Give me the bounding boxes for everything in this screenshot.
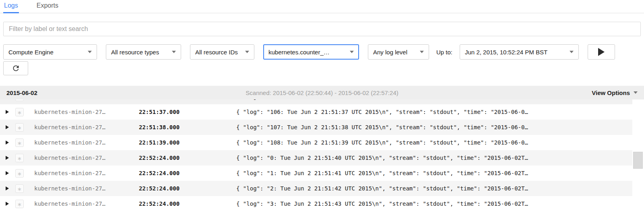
timestamp: 22:51:36.000 xyxy=(139,99,236,100)
asterisk-icon: * xyxy=(15,108,24,116)
expand-arrow-icon[interactable] xyxy=(6,156,12,160)
log-json: { "log": "106: Tue Jun 2 21:51:37 UTC 20… xyxy=(236,109,630,115)
timestamp: 22:51:38.000 xyxy=(139,124,236,130)
asterisk-icon: * xyxy=(15,200,24,208)
view-options-button[interactable]: View Options xyxy=(592,89,638,96)
tab-bar: Logs Exports xyxy=(0,0,644,13)
expand-arrow-icon[interactable] xyxy=(6,110,12,114)
asterisk-icon: * xyxy=(15,139,24,147)
resource-id: kubernetes-minion-27… xyxy=(34,124,139,130)
log-level-dropdown[interactable]: Any log level xyxy=(368,44,429,60)
log-row[interactable]: * kubernetes-minion-27… 22:52:24.000 { "… xyxy=(0,196,644,211)
scrollbar-thumb[interactable] xyxy=(633,152,643,169)
resource-ids-dropdown-label: All resource IDs xyxy=(195,49,238,56)
log-source-dropdown[interactable]: kubernetes.counter_… xyxy=(263,44,359,60)
log-row-inner: * kubernetes-minion-27… 22:52:24.000 { "… xyxy=(0,150,644,165)
resource-id: kubernetes-minion-27… xyxy=(34,155,139,161)
resource-id: kubernetes-minion-27… xyxy=(34,139,139,146)
chevron-down-icon xyxy=(634,91,638,94)
expand-arrow-icon[interactable] xyxy=(6,202,12,206)
log-row[interactable]: * kubernetes-minion-27… 22:51:38.000 { "… xyxy=(0,120,644,135)
log-json: { "log": "2: Tue Jun 2 21:51:42 UTC 2015… xyxy=(236,185,630,192)
refresh-icon xyxy=(12,64,20,72)
refresh-button[interactable] xyxy=(3,61,28,75)
asterisk-icon: * xyxy=(15,123,24,132)
timestamp: 22:52:24.000 xyxy=(139,201,236,207)
timestamp: 22:51:37.000 xyxy=(139,109,236,115)
chevron-down-icon xyxy=(570,51,574,53)
log-row-inner: * kubernetes-minion-27… 22:52:24.000 { "… xyxy=(0,181,644,196)
scrollbar-track xyxy=(632,99,644,211)
service-dropdown[interactable]: Compute Engine xyxy=(3,44,97,60)
log-level-dropdown-label: Any log level xyxy=(373,49,407,56)
filters-toolbar: Compute Engine All resource types All re… xyxy=(3,44,641,60)
resource-id: kubernetes-minion-27… xyxy=(34,185,139,192)
asterisk-icon: * xyxy=(15,169,24,178)
log-json: { "log": "108: Tue Jun 2 21:51:39 UTC 20… xyxy=(236,139,630,146)
up-to-label: Up to: xyxy=(436,49,452,56)
asterisk-icon: * xyxy=(15,99,24,101)
asterisk-icon: * xyxy=(15,154,24,162)
log-json: { "log": "1: Tue Jun 2 21:51:41 UTC 2015… xyxy=(236,170,630,176)
log-row-inner: * kubernetes-minion-27… 22:52:24.000 { "… xyxy=(0,196,644,211)
expand-arrow-icon[interactable] xyxy=(6,141,12,145)
log-json: { "log": "0: Tue Jun 2 21:51:40 UTC 2015… xyxy=(236,155,630,161)
log-row[interactable]: * kubernetes-minion-27… 22:51:37.000 { "… xyxy=(0,104,644,120)
chevron-down-icon xyxy=(172,51,176,53)
tab-exports[interactable]: Exports xyxy=(36,0,59,13)
expand-arrow-icon[interactable] xyxy=(6,125,12,129)
log-json: { "log": "105: Tue Jun 2 21:51:36 UTC 20… xyxy=(236,99,630,100)
chevron-down-icon xyxy=(245,51,249,53)
timestamp: 22:52:24.000 xyxy=(139,155,236,161)
filter-bar xyxy=(3,22,641,36)
timestamp: 22:52:24.000 xyxy=(139,185,236,192)
log-row[interactable]: * kubernetes-minion-27… 22:52:24.000 { "… xyxy=(0,181,644,196)
chevron-down-icon xyxy=(420,51,424,53)
log-row[interactable]: * kubernetes-minion-27… 22:51:36.000 { "… xyxy=(0,99,644,104)
datetime-dropdown-label: Jun 2, 2015, 10:52:24 PM BST xyxy=(465,49,547,56)
resource-id: kubernetes-minion-27… xyxy=(34,109,139,115)
log-source-dropdown-label: kubernetes.counter_… xyxy=(268,49,330,56)
datetime-dropdown[interactable]: Jun 2, 2015, 10:52:24 PM BST xyxy=(460,44,579,60)
resource-types-dropdown[interactable]: All resource types xyxy=(106,44,181,60)
log-row-inner: * kubernetes-minion-27… 22:52:24.000 { "… xyxy=(0,165,644,181)
log-json: { "log": "107: Tue Jun 2 21:51:38 UTC 20… xyxy=(236,124,630,130)
timestamp: 22:51:39.000 xyxy=(139,139,236,146)
tab-logs[interactable]: Logs xyxy=(3,0,19,13)
date-label: 2015-06-02 xyxy=(6,89,37,96)
refresh-row xyxy=(3,61,641,75)
log-row-inner: * kubernetes-minion-27… 22:51:39.000 { "… xyxy=(0,135,644,150)
resource-id: kubernetes-minion-27… xyxy=(34,170,139,176)
view-options-label: View Options xyxy=(592,89,630,96)
play-button[interactable] xyxy=(588,44,615,60)
chevron-down-icon xyxy=(350,51,354,53)
log-list: * kubernetes-minion-27… 22:51:36.000 { "… xyxy=(0,99,644,211)
log-row[interactable]: * kubernetes-minion-27… 22:52:24.000 { "… xyxy=(0,165,644,181)
log-row-inner: * kubernetes-minion-27… 22:51:36.000 { "… xyxy=(0,99,644,104)
log-list-header: 2015-06-02 Scanned: 2015-06-02 (22:50:44… xyxy=(0,86,644,99)
expand-arrow-icon[interactable] xyxy=(6,186,12,190)
filter-input[interactable] xyxy=(3,22,641,36)
chevron-down-icon xyxy=(88,51,92,53)
play-icon xyxy=(598,48,605,56)
log-row-inner: * kubernetes-minion-27… 22:51:38.000 { "… xyxy=(0,120,644,135)
log-row[interactable]: * kubernetes-minion-27… 22:52:24.000 { "… xyxy=(0,150,644,165)
resource-id: kubernetes-minion-27… xyxy=(34,99,139,100)
resource-ids-dropdown[interactable]: All resource IDs xyxy=(190,44,254,60)
asterisk-icon: * xyxy=(15,184,24,193)
log-json: { "log": "3: Tue Jun 2 21:51:43 UTC 2015… xyxy=(236,201,630,207)
expand-arrow-icon[interactable] xyxy=(6,171,12,175)
resource-types-dropdown-label: All resource types xyxy=(111,49,159,56)
resource-id: kubernetes-minion-27… xyxy=(34,201,139,207)
service-dropdown-label: Compute Engine xyxy=(8,49,54,56)
log-row-inner: * kubernetes-minion-27… 22:51:37.000 { "… xyxy=(0,104,644,120)
log-row[interactable]: * kubernetes-minion-27… 22:51:39.000 { "… xyxy=(0,135,644,150)
timestamp: 22:52:24.000 xyxy=(139,170,236,176)
scanned-range-label: Scanned: 2015-06-02 (22:50:44) - 2015-06… xyxy=(0,89,644,96)
